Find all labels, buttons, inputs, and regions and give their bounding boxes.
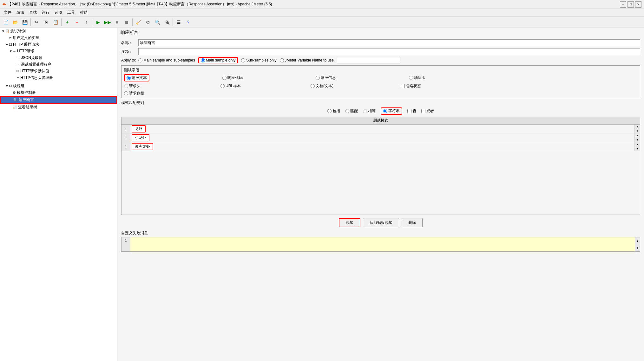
comment-input[interactable] bbox=[138, 48, 640, 55]
custom-fail-textarea[interactable] bbox=[130, 237, 635, 251]
name-input[interactable] bbox=[138, 39, 640, 46]
apply-main-only-highlighted[interactable]: Main sample only bbox=[198, 57, 238, 63]
radio-response-code[interactable] bbox=[222, 76, 227, 80]
toolbar-new[interactable]: 📄 bbox=[1, 18, 10, 27]
pattern-input-2[interactable] bbox=[151, 135, 634, 141]
menu-run[interactable]: 运行 bbox=[39, 9, 52, 16]
scroll-down-2[interactable]: ▼ bbox=[635, 138, 640, 142]
radio-document-text[interactable] bbox=[311, 84, 315, 88]
apply-sub-only[interactable]: Sub-samples only bbox=[241, 58, 276, 62]
sidebar-item-thread-group[interactable]: ▼ ⚙ 线程组 bbox=[0, 83, 117, 89]
scroll-up-3[interactable]: ▲ bbox=[635, 142, 640, 147]
radio-substring[interactable] bbox=[383, 109, 387, 113]
toolbar-list[interactable]: ☰ bbox=[174, 18, 183, 27]
radio-main-only[interactable] bbox=[201, 58, 205, 62]
menu-edit[interactable]: 编辑 bbox=[14, 9, 27, 16]
toolbar-config[interactable]: ⚙ bbox=[143, 18, 152, 27]
sidebar-item-view-results[interactable]: 📊 查看结果树 bbox=[0, 104, 117, 111]
fail-scroll-down[interactable]: ▼ bbox=[635, 244, 640, 251]
sidebar-item-debug-postproc[interactable]: → 调试后置处理程序 bbox=[0, 61, 117, 68]
sidebar-item-http-defaults[interactable]: ✂ HTTP请求默认值 bbox=[0, 68, 117, 74]
field-response-header[interactable]: 响应头 bbox=[409, 74, 425, 81]
toolbar-paste[interactable]: 📋 bbox=[51, 18, 60, 27]
scroll-up-2[interactable]: ▲ bbox=[635, 133, 640, 138]
radio-equals[interactable] bbox=[363, 109, 367, 113]
checkbox-not[interactable] bbox=[407, 109, 411, 113]
toolbar-run[interactable]: ▶ bbox=[94, 18, 102, 27]
maximize-button[interactable]: □ bbox=[628, 1, 634, 8]
scroll-down-1[interactable]: ▼ bbox=[635, 129, 640, 133]
pattern-or[interactable]: 或者 bbox=[421, 107, 434, 115]
radio-main-sub[interactable] bbox=[138, 58, 142, 62]
toolbar-plugin[interactable]: 🔌 bbox=[162, 18, 171, 27]
radio-contains[interactable] bbox=[327, 109, 332, 113]
toolbar-stop[interactable]: ■ bbox=[113, 18, 122, 27]
field-request-header[interactable]: 请求头 bbox=[124, 83, 141, 89]
fail-scroll-up[interactable]: ▲ bbox=[635, 237, 640, 244]
toolbar-copy[interactable]: ⎘ bbox=[42, 18, 50, 27]
jmeter-var-input[interactable] bbox=[337, 57, 400, 63]
menu-find[interactable]: 查找 bbox=[27, 9, 39, 16]
add-button[interactable]: 添加 bbox=[339, 218, 360, 227]
field-ignore-status[interactable]: 忽略状态 bbox=[401, 83, 421, 89]
checkbox-or[interactable] bbox=[421, 109, 425, 113]
toolbar-stop-all[interactable]: ⏹ bbox=[122, 18, 131, 27]
toolbar-run-all[interactable]: ▶▶ bbox=[103, 18, 112, 27]
field-response-code[interactable]: 响应代码 bbox=[222, 74, 243, 81]
radio-response-header[interactable] bbox=[409, 76, 413, 80]
pattern-input-3[interactable] bbox=[154, 144, 634, 150]
sidebar-label-http-request: HTTP请求 bbox=[17, 48, 35, 54]
field-document-text[interactable]: 文档(文本) bbox=[311, 83, 333, 89]
toolbar-save[interactable]: 💾 bbox=[20, 18, 29, 27]
sidebar-item-response-assertion[interactable]: 🔍 响应断言 bbox=[0, 96, 117, 104]
radio-url-sample[interactable] bbox=[220, 84, 225, 88]
field-response-text[interactable]: 响应文本 bbox=[124, 74, 149, 81]
toolbar-add[interactable]: + bbox=[63, 18, 72, 27]
pattern-not[interactable]: 否 bbox=[407, 107, 416, 115]
field-response-message[interactable]: 响应信息 bbox=[316, 74, 336, 81]
pattern-matches[interactable]: 匹配 bbox=[345, 107, 358, 115]
toolbar-open[interactable]: 📂 bbox=[11, 18, 20, 27]
radio-sub-only[interactable] bbox=[241, 58, 245, 62]
toolbar-broom[interactable]: 🧹 bbox=[134, 18, 143, 27]
add-clipboard-button[interactable]: 从剪贴板添加 bbox=[363, 218, 399, 227]
radio-request-data[interactable] bbox=[124, 91, 128, 95]
scroll-down-3[interactable]: ▼ bbox=[635, 147, 640, 151]
menu-options[interactable]: 选项 bbox=[52, 9, 65, 16]
toolbar-help[interactable]: ? bbox=[184, 18, 193, 27]
scroll-up-1[interactable]: ▲ bbox=[635, 125, 640, 129]
sidebar-item-http-headers[interactable]: ✂ HTTP信息头管理器 bbox=[0, 74, 117, 81]
menu-help[interactable]: 帮助 bbox=[77, 9, 90, 16]
menu-file[interactable]: 文件 bbox=[1, 9, 14, 16]
menu-tools[interactable]: 工具 bbox=[65, 9, 77, 16]
pattern-contains[interactable]: 包括 bbox=[327, 107, 340, 115]
field-url-sample[interactable]: URL样本 bbox=[220, 83, 241, 89]
sidebar-item-module-ctrl[interactable]: ⚙ 模块控制器 bbox=[0, 89, 117, 96]
toolbar-sep-1 bbox=[30, 18, 31, 26]
pattern-equals[interactable]: 相等 bbox=[363, 107, 376, 115]
sidebar-item-http-request[interactable]: ▼ → HTTP请求 bbox=[0, 48, 117, 55]
toolbar-search[interactable]: 🔍 bbox=[153, 18, 162, 27]
apply-main-sub[interactable]: Main sample and sub-samples bbox=[138, 58, 195, 62]
minimize-button[interactable]: ─ bbox=[620, 1, 626, 8]
toolbar-remove[interactable]: − bbox=[72, 18, 81, 27]
radio-request-header[interactable] bbox=[124, 84, 128, 88]
sidebar-item-json-extractor[interactable]: → JSON提取器 bbox=[0, 55, 117, 61]
toolbar-cut[interactable]: ✂ bbox=[32, 18, 41, 27]
sidebar-item-user-vars[interactable]: ✂ 用户定义的变量 bbox=[0, 35, 117, 41]
delete-button[interactable]: 删除 bbox=[402, 218, 423, 227]
checkbox-ignore-status[interactable] bbox=[401, 84, 405, 88]
close-button[interactable]: ✕ bbox=[635, 1, 641, 8]
pattern-input-1[interactable] bbox=[147, 126, 634, 132]
radio-response-message[interactable] bbox=[316, 76, 320, 80]
field-request-data[interactable]: 请求数据 bbox=[124, 91, 144, 96]
radio-response-text[interactable] bbox=[127, 76, 131, 80]
toolbar-move-up[interactable]: ↑ bbox=[82, 18, 91, 27]
radio-matches[interactable] bbox=[345, 109, 349, 113]
pattern-substring[interactable]: 字符串 bbox=[381, 107, 402, 115]
sidebar-item-http-sample[interactable]: ▼ ☐ HTTP 采样请求 bbox=[0, 41, 117, 48]
main-layout: ▼ 📋 测试计划 ✂ 用户定义的变量 ▼ ☐ HTTP 采样请求 ▼ → HTT… bbox=[0, 28, 644, 361]
radio-jmeter-var[interactable] bbox=[280, 58, 284, 62]
sidebar-item-test-plan[interactable]: ▼ 📋 测试计划 bbox=[0, 28, 117, 35]
apply-jmeter-var[interactable]: JMeter Variable Name to use bbox=[280, 58, 334, 62]
